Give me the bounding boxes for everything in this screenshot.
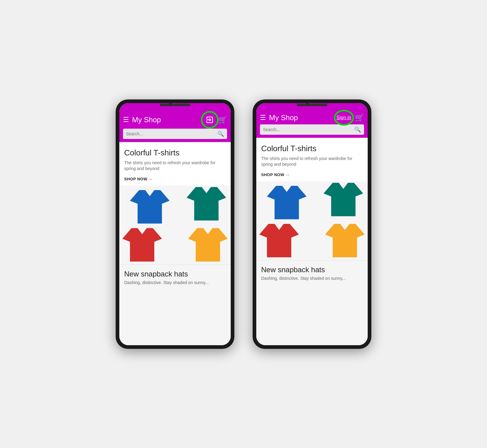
svg-marker-2 xyxy=(122,228,162,262)
hero-subtitle-right: The shirts you need to refresh your ward… xyxy=(261,156,363,168)
search-input-left[interactable] xyxy=(126,131,215,136)
yellow-tshirt-right xyxy=(325,224,365,257)
svg-marker-1 xyxy=(187,187,226,221)
header-row-left: ☰ My Shop 🛒 xyxy=(123,113,227,126)
red-tshirt-left xyxy=(122,228,162,262)
hamburger-icon-right[interactable]: ☰ xyxy=(260,114,266,121)
phone-right: ☰ My Shop Sign in 🛒 xyxy=(253,99,371,349)
yellow-tshirt-left xyxy=(188,228,228,262)
sign-in-icon-button-left[interactable] xyxy=(203,113,216,126)
search-bar-left: 🔍 xyxy=(123,129,227,139)
hero-subtitle-left: The shirts you need to refresh your ward… xyxy=(124,160,226,172)
phone-left-screen: ☰ My Shop 🛒 xyxy=(119,103,231,345)
hero-title-left: Colorful T-shirts xyxy=(124,148,226,158)
app-content-left: Colorful T-shirts The shirts you need to… xyxy=(119,142,231,345)
sign-in-text-button-right[interactable]: Sign in xyxy=(335,114,353,122)
header-actions-right: Sign in 🛒 xyxy=(335,113,364,122)
svg-marker-0 xyxy=(130,190,170,224)
phone-left-wrapper: ☰ My Shop 🛒 xyxy=(116,99,234,349)
search-bar-right: 🔍 xyxy=(260,124,364,135)
app-header-left: ☰ My Shop 🛒 xyxy=(119,112,231,142)
teal-tshirt-left xyxy=(187,187,226,221)
svg-marker-5 xyxy=(324,183,363,216)
red-tshirt-right xyxy=(259,224,299,257)
hero-title-right: Colorful T-shirts xyxy=(261,144,363,153)
bottom-subtitle-left: Dashing, distinctive. Stay shaded on sun… xyxy=(124,280,226,285)
app-content-right: Colorful T-shirts The shirts you need to… xyxy=(256,138,368,345)
hamburger-icon-left[interactable]: ☰ xyxy=(123,116,129,123)
shop-now-button-right[interactable]: SHOP NOW → xyxy=(261,172,290,177)
status-bar-left xyxy=(119,103,231,112)
search-icon-left[interactable]: 🔍 xyxy=(217,130,224,137)
phone-left: ☰ My Shop 🛒 xyxy=(116,99,234,349)
teal-tshirt-right xyxy=(324,183,363,216)
shop-title-left: My Shop xyxy=(132,116,200,124)
svg-marker-6 xyxy=(259,224,299,257)
status-bar-right xyxy=(256,103,368,112)
svg-marker-4 xyxy=(267,186,307,219)
shop-title-right: My Shop xyxy=(269,113,331,122)
bottom-subtitle-right: Dashing, distinctive. Stay shaded on sun… xyxy=(261,276,363,281)
cart-icon-right[interactable]: 🛒 xyxy=(355,113,364,122)
phone-right-screen: ☰ My Shop Sign in 🛒 xyxy=(256,103,368,345)
blue-tshirt-right xyxy=(267,186,307,219)
svg-marker-3 xyxy=(188,228,228,262)
header-row-right: ☰ My Shop Sign in 🛒 xyxy=(260,113,364,122)
hero-section-left: Colorful T-shirts The shirts you need to… xyxy=(119,142,231,186)
bottom-section-right: New snapback hats Dashing, distinctive. … xyxy=(256,260,368,283)
bottom-section-left: New snapback hats Dashing, distinctive. … xyxy=(119,265,231,287)
page-container: ☰ My Shop 🛒 xyxy=(116,99,371,349)
phone-right-wrapper: ☰ My Shop Sign in 🛒 xyxy=(253,99,371,349)
blue-tshirt-left xyxy=(130,190,170,224)
search-icon-right[interactable]: 🔍 xyxy=(354,126,361,133)
bottom-title-right: New snapback hats xyxy=(261,266,363,274)
svg-marker-7 xyxy=(325,224,365,257)
shop-now-button-left[interactable]: SHOP NOW → xyxy=(124,177,153,181)
login-icon-left xyxy=(205,116,214,124)
tshirts-image-left xyxy=(119,186,231,265)
header-actions-left: 🛒 xyxy=(203,113,227,126)
cart-icon-left[interactable]: 🛒 xyxy=(218,116,227,124)
tshirts-image-right xyxy=(256,181,368,260)
app-header-right: ☰ My Shop Sign in 🛒 xyxy=(256,112,368,138)
sign-in-text-wrapper-right: Sign in xyxy=(335,114,353,122)
search-input-right[interactable] xyxy=(263,127,352,132)
hero-section-right: Colorful T-shirts The shirts you need to… xyxy=(256,138,368,181)
bottom-title-left: New snapback hats xyxy=(124,270,226,278)
